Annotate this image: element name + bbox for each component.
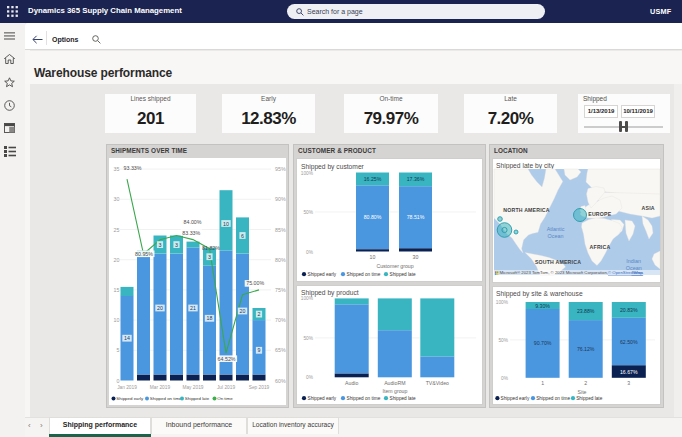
svg-text:Audio: Audio	[345, 380, 358, 386]
svg-text:90.70%: 90.70%	[534, 340, 552, 346]
svg-text:30: 30	[413, 254, 419, 260]
svg-text:100%: 100%	[496, 300, 509, 305]
svg-text:Sep 2019: Sep 2019	[249, 385, 270, 390]
svg-text:80.95%: 80.95%	[135, 251, 153, 257]
svg-text:50%: 50%	[303, 336, 313, 341]
svg-text:Customer group: Customer group	[376, 263, 413, 269]
svg-text:9: 9	[258, 347, 261, 353]
svg-text:78.51%: 78.51%	[407, 214, 425, 220]
svg-text:50%: 50%	[303, 210, 313, 215]
svg-text:80.80%: 80.80%	[364, 214, 382, 220]
svg-text:Jul 2019: Jul 2019	[217, 385, 235, 390]
svg-text:Site: Site	[578, 389, 587, 395]
svg-text:AudioRM: AudioRM	[384, 380, 405, 386]
svg-text:35: 35	[114, 166, 120, 172]
svg-text:TV&Video: TV&Video	[426, 380, 449, 386]
svg-text:2: 2	[584, 380, 587, 386]
svg-text:95%: 95%	[275, 166, 286, 172]
svg-text:3: 3	[159, 242, 162, 248]
svg-text:ASIA: ASIA	[642, 205, 655, 211]
svg-text:62.50%: 62.50%	[620, 339, 638, 345]
svg-text:81.82%: 81.82%	[202, 245, 220, 251]
svg-text:Shipped early: Shipped early	[308, 272, 337, 277]
svg-text:Shipped early: Shipped early	[116, 396, 144, 401]
svg-text:1: 1	[541, 380, 544, 386]
svg-text:84.00%: 84.00%	[184, 219, 202, 225]
svg-text:Shipped early: Shipped early	[308, 396, 337, 401]
svg-text:Shipped late: Shipped late	[390, 396, 416, 401]
svg-text:85%: 85%	[275, 227, 286, 233]
svg-text:0%: 0%	[501, 376, 509, 381]
svg-text:3: 3	[175, 242, 178, 248]
svg-text:NORTH AMERICA: NORTH AMERICA	[503, 207, 550, 213]
svg-text:2: 2	[258, 311, 261, 317]
svg-text:21: 21	[190, 305, 196, 311]
svg-text:20: 20	[114, 257, 120, 263]
svg-text:10: 10	[370, 254, 376, 260]
svg-text:76.12%: 76.12%	[577, 346, 595, 352]
svg-text:Shipped on time: Shipped on time	[536, 396, 570, 401]
svg-text:20.83%: 20.83%	[620, 307, 638, 313]
svg-text:Microsoft® 2023 TomTom, © 2023: Microsoft® 2023 TomTom, © 2023 Microsoft…	[500, 270, 608, 275]
svg-text:50%: 50%	[498, 338, 508, 343]
svg-text:100%: 100%	[301, 296, 314, 301]
svg-text:25: 25	[114, 227, 120, 233]
svg-text:18: 18	[207, 315, 213, 321]
svg-text:20: 20	[240, 308, 246, 314]
svg-text:Shipped on time: Shipped on time	[347, 396, 381, 401]
svg-text:EUROPE: EUROPE	[588, 211, 611, 217]
svg-text:70%: 70%	[275, 317, 286, 323]
svg-text:SOUTH AMERICA: SOUTH AMERICA	[535, 259, 581, 265]
svg-text:0: 0	[117, 378, 120, 384]
svg-text:10: 10	[223, 221, 229, 227]
svg-text:90%: 90%	[275, 196, 286, 202]
svg-text:75%: 75%	[275, 287, 286, 293]
svg-text:0%: 0%	[306, 375, 314, 380]
svg-text:20: 20	[157, 305, 163, 311]
svg-text:16.25%: 16.25%	[364, 176, 382, 182]
svg-text:Shipped by site & warehouse: Shipped by site & warehouse	[496, 290, 583, 298]
svg-text:Shipped late: Shipped late	[185, 396, 210, 401]
svg-text:15: 15	[114, 287, 120, 293]
svg-text:Shipped on time: Shipped on time	[347, 272, 381, 277]
svg-text:Ocean: Ocean	[548, 233, 564, 239]
svg-text:AFRICA: AFRICA	[590, 244, 611, 250]
svg-text:3: 3	[208, 254, 211, 260]
svg-text:23.88%: 23.88%	[577, 308, 595, 314]
svg-text:80%: 80%	[275, 257, 286, 263]
svg-text:3: 3	[627, 380, 630, 386]
svg-text:May 2019: May 2019	[182, 385, 203, 390]
svg-text:9.30%: 9.30%	[535, 303, 550, 309]
svg-text:30: 30	[114, 196, 120, 202]
svg-text:10: 10	[114, 317, 120, 323]
svg-text:14: 14	[124, 335, 130, 341]
svg-text:Shipped late by city: Shipped late by city	[496, 162, 555, 170]
svg-text:83.33%: 83.33%	[182, 230, 200, 236]
svg-text:17.36%: 17.36%	[407, 176, 425, 182]
svg-text:64.52%: 64.52%	[218, 356, 236, 362]
svg-text:Jan 2019: Jan 2019	[117, 385, 137, 390]
svg-text:Indian: Indian	[626, 258, 641, 264]
svg-text:On time: On time	[217, 396, 233, 401]
svg-text:Mar 2019: Mar 2019	[150, 385, 171, 390]
svg-text:Shipped late: Shipped late	[576, 396, 602, 401]
svg-text:75.00%: 75.00%	[246, 280, 264, 286]
svg-text:Terms: Terms	[632, 270, 644, 275]
svg-text:Shipped early: Shipped early	[501, 396, 530, 401]
svg-text:5: 5	[117, 347, 120, 353]
svg-text:100%: 100%	[301, 171, 314, 176]
svg-text:60%: 60%	[275, 378, 286, 384]
svg-text:6: 6	[241, 233, 244, 239]
svg-text:Shipped late: Shipped late	[390, 272, 416, 277]
svg-text:Shipped on time: Shipped on time	[150, 396, 182, 401]
svg-text:93.33%: 93.33%	[124, 165, 142, 171]
svg-text:65%: 65%	[275, 347, 286, 353]
svg-text:16.67%: 16.67%	[620, 369, 638, 375]
svg-text:0%: 0%	[306, 250, 314, 255]
svg-text:Atlantic: Atlantic	[547, 226, 565, 232]
svg-text:Item group: Item group	[383, 388, 408, 394]
